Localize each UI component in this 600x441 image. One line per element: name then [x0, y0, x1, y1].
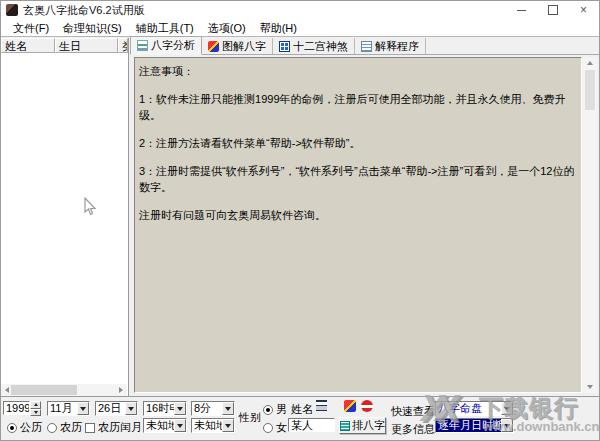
- more-info-select[interactable]: 逐年月日时断命: [435, 418, 514, 433]
- paipan-button[interactable]: 排八字: [339, 417, 386, 434]
- column-header-category[interactable]: 类: [118, 38, 128, 53]
- notice-title: 注意事项：: [139, 63, 577, 79]
- stop-icon[interactable]: [361, 400, 373, 412]
- list-horizontal-scrollbar[interactable]: [1, 384, 127, 396]
- step-down-icon: [34, 411, 38, 414]
- dropdown-arrow-icon[interactable]: [77, 402, 89, 415]
- save-icon[interactable]: [316, 400, 327, 411]
- notice-line-2: 2：注册方法请看软件菜单“帮助->软件帮助”。: [139, 135, 577, 151]
- month-select[interactable]: 11月: [47, 401, 90, 416]
- scroll-left-icon: [5, 387, 9, 393]
- dropdown-arrow-icon[interactable]: [174, 402, 186, 415]
- radio-icon: [263, 405, 273, 415]
- menu-tools[interactable]: 辅助工具(T): [129, 20, 201, 36]
- tab-bar: 八字分析 图解八字 十二宫神煞 解释程序: [130, 38, 599, 55]
- solar-label: 公历: [20, 420, 42, 435]
- day-select[interactable]: 26日: [95, 401, 138, 416]
- quick-view-value: 八字命盘: [436, 401, 501, 416]
- dart-chart-icon: [208, 41, 219, 52]
- day-value: 26日: [96, 401, 125, 416]
- tab-bazi-diagram[interactable]: 图解八字: [202, 38, 273, 54]
- grid-table-icon: [279, 41, 290, 52]
- scroll-up-button[interactable]: [584, 57, 596, 69]
- step-down-button[interactable]: [30, 409, 41, 417]
- column-header-birthday[interactable]: 生日: [55, 38, 118, 53]
- dart-pointer-icon[interactable]: [344, 400, 356, 412]
- notice-text-area: 注意事项： 1：软件未注册只能推测1999年的命例，注册后可使用全部功能，并且永…: [134, 57, 582, 393]
- maximize-icon: [548, 5, 558, 15]
- tab-bazi-analysis[interactable]: 八字分析: [130, 36, 202, 55]
- residence-place-select[interactable]: 未知地: [191, 418, 235, 433]
- content-vertical-scrollbar[interactable]: [583, 57, 597, 393]
- close-icon: ×: [580, 5, 587, 15]
- month-value: 11月: [48, 401, 77, 416]
- female-label: 女: [276, 420, 287, 435]
- tab-label: 图解八字: [222, 39, 266, 54]
- title-bar: 玄奥八字批命V6.2试用版 ×: [1, 1, 599, 19]
- year-input[interactable]: [3, 401, 30, 415]
- lunar-calendar-radio[interactable]: 农历: [47, 420, 82, 435]
- tab-label: 十二宫神煞: [293, 39, 348, 54]
- dropdown-arrow-icon[interactable]: [222, 419, 234, 432]
- menu-options[interactable]: 选项(O): [201, 20, 253, 36]
- minute-value: 8分: [192, 401, 222, 416]
- dropdown-arrow-icon[interactable]: [125, 402, 137, 415]
- column-header-name[interactable]: 姓名: [1, 38, 55, 53]
- notice-line-3: 3：注册时需提供“软件系列号”，“软件系列号”点击菜单“帮助->注册”可看到，是…: [139, 163, 577, 195]
- year-stepper[interactable]: [30, 401, 41, 416]
- minimize-icon: [517, 10, 526, 11]
- step-up-icon: [34, 403, 38, 406]
- solar-calendar-radio[interactable]: 公历: [7, 420, 42, 435]
- radio-icon: [47, 423, 57, 433]
- close-button[interactable]: ×: [568, 1, 599, 19]
- tab-twelve-palaces[interactable]: 十二宫神煞: [273, 38, 355, 54]
- name-input[interactable]: [288, 418, 335, 432]
- notice-line-4: 注册时有问题可向玄奥周易软件咨询。: [139, 207, 577, 223]
- place1-value: 未知地: [144, 418, 174, 433]
- name-label: 姓名: [291, 402, 313, 417]
- place2-value: 未知地: [192, 418, 222, 433]
- minute-select[interactable]: 8分: [191, 401, 235, 416]
- more-info-value: 逐年月日时断命: [436, 418, 501, 433]
- notice-line-1: 1：软件未注册只能推测1999年的命例，注册后可使用全部功能，并且永久使用、免费…: [139, 91, 577, 123]
- more-info-label: 更多信息: [391, 422, 435, 437]
- quick-view-label: 快速查看: [391, 404, 435, 419]
- menu-help[interactable]: 帮助(H): [253, 20, 304, 36]
- dropdown-arrow-icon[interactable]: [501, 402, 513, 415]
- menu-bar: 文件(F) 命理知识(S) 辅助工具(T) 选项(O) 帮助(H): [1, 19, 599, 37]
- records-list-panel: 姓名 生日 类: [1, 38, 129, 396]
- lunar-leap-checkbox[interactable]: 农历闰月: [85, 420, 142, 435]
- step-up-button[interactable]: [30, 401, 41, 409]
- male-radio[interactable]: 男: [263, 402, 287, 417]
- app-window: 玄奥八字批命V6.2试用版 × 文件(F) 命理知识(S) 辅助工具(T) 选项…: [0, 0, 600, 441]
- lunar-label: 农历: [60, 420, 82, 435]
- dropdown-arrow-icon[interactable]: [501, 419, 513, 432]
- tab-label: 八字分析: [151, 38, 195, 53]
- document-icon: [361, 41, 372, 52]
- birth-place-select[interactable]: 未知地: [143, 418, 187, 433]
- form-page-icon: [137, 40, 148, 51]
- scrollbar-thumb[interactable]: [11, 385, 77, 395]
- checkbox-icon: [85, 423, 95, 433]
- abacus-icon: [340, 421, 350, 431]
- scrollbar-thumb[interactable]: [585, 70, 595, 110]
- tab-explain-program[interactable]: 解释程序: [355, 38, 426, 54]
- leap-label: 农历闰月: [98, 420, 142, 435]
- dropdown-arrow-icon[interactable]: [222, 402, 234, 415]
- hour-select[interactable]: 16时申: [143, 401, 187, 416]
- minimize-button[interactable]: [506, 1, 537, 19]
- female-radio[interactable]: 女: [263, 420, 287, 435]
- menu-file[interactable]: 文件(F): [6, 20, 56, 36]
- scroll-up-icon: [587, 61, 593, 65]
- scroll-right-button[interactable]: [115, 384, 127, 396]
- app-icon: [6, 4, 18, 16]
- quick-view-select[interactable]: 八字命盘: [435, 401, 514, 416]
- maximize-button[interactable]: [537, 1, 568, 19]
- tab-label: 解释程序: [375, 39, 419, 54]
- radio-icon: [7, 423, 17, 433]
- dropdown-arrow-icon[interactable]: [174, 419, 186, 432]
- scroll-right-icon: [119, 387, 123, 393]
- paipan-label: 排八字: [352, 418, 385, 433]
- scroll-down-button[interactable]: [584, 381, 596, 393]
- menu-mingli[interactable]: 命理知识(S): [56, 20, 129, 36]
